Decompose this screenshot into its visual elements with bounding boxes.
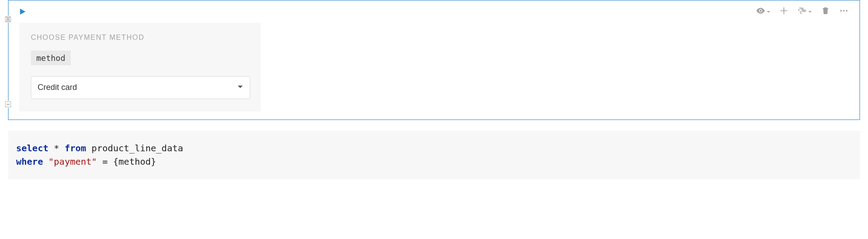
cell-header [19,6,849,21]
kernel-menu[interactable] [797,6,812,17]
notebook-cell: CHOOSE PAYMENT METHOD method Credit card [8,0,860,120]
form-title: CHOOSE PAYMENT METHOD [31,34,249,42]
caret-down-icon [766,8,770,16]
python-icon [797,6,807,17]
sql-token: product_line_data [86,143,183,154]
run-cell-button[interactable] [17,7,27,17]
caret-down-icon [808,8,812,16]
sql-keyword: select [16,143,48,154]
form-card: CHOOSE PAYMENT METHOD method Credit card [19,23,261,111]
payment-method-select[interactable]: Credit card [31,76,250,99]
svg-point-0 [840,10,842,12]
sql-keyword: from [64,143,86,154]
sql-string: "payment" [43,156,97,167]
sql-keyword: where [16,156,43,167]
visibility-menu[interactable] [756,6,770,17]
fold-handle-bottom[interactable] [4,101,12,108]
fold-handle-top[interactable] [4,16,12,23]
variable-chip: method [31,51,71,65]
more-icon [839,6,849,17]
select-value: Credit card [38,83,77,92]
caret-down-icon [237,83,243,92]
sql-code-cell[interactable]: select * from product_line_data where "p… [8,131,860,179]
more-actions-button[interactable] [839,6,849,17]
eye-icon [756,6,766,17]
cell-toolbar [756,6,849,17]
sql-token: = [97,156,113,167]
svg-point-2 [846,10,848,12]
sql-template-var: {method} [113,156,156,167]
trash-icon [821,6,830,17]
add-cell-button[interactable] [779,6,788,17]
delete-cell-button[interactable] [821,6,830,17]
svg-point-1 [843,10,845,12]
sql-token: * [48,143,64,154]
plus-icon [779,6,788,17]
